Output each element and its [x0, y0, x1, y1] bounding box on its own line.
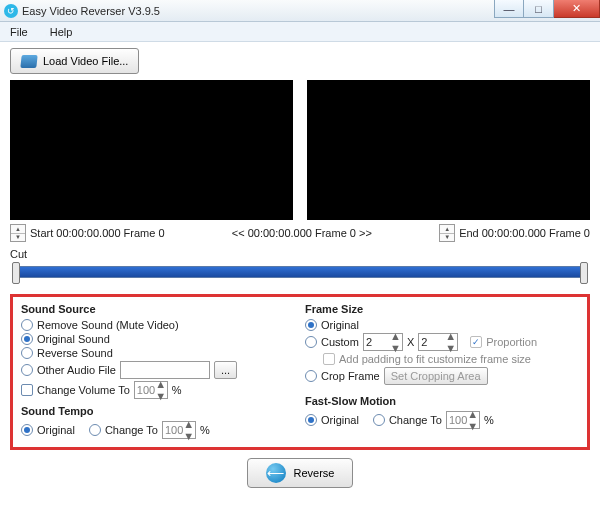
radio-frame-custom[interactable]: [305, 336, 317, 348]
radio-motion-original[interactable]: [305, 414, 317, 426]
label-frame-custom: Custom: [321, 336, 359, 348]
other-audio-path-input[interactable]: [120, 361, 210, 379]
menu-bar: File Help: [0, 22, 600, 42]
label-proportion: Proportion: [486, 336, 537, 348]
label-tempo-change: Change To: [105, 424, 158, 436]
window-title: Easy Video Reverser V3.9.5: [22, 5, 160, 17]
label-motion-original: Original: [321, 414, 359, 426]
reverse-label: Reverse: [294, 467, 335, 479]
reverse-icon: ⟵: [266, 463, 286, 483]
sound-tempo-title: Sound Tempo: [21, 405, 295, 417]
checkbox-proportion: [470, 336, 482, 348]
tempo-value-input[interactable]: 100▲▼: [162, 421, 196, 439]
minimize-button[interactable]: —: [494, 0, 524, 18]
radio-reverse-sound[interactable]: [21, 347, 33, 359]
label-volume-percent: %: [172, 384, 182, 396]
frame-size-title: Frame Size: [305, 303, 579, 315]
load-video-label: Load Video File...: [43, 55, 128, 67]
label-tempo-original: Original: [37, 424, 75, 436]
end-frame-spinner[interactable]: ▲▼: [439, 224, 455, 242]
motion-title: Fast-Slow Motion: [305, 395, 579, 407]
cut-label: Cut: [10, 248, 590, 260]
load-video-button[interactable]: Load Video File...: [10, 48, 139, 74]
maximize-button[interactable]: □: [524, 0, 554, 18]
radio-tempo-original[interactable]: [21, 424, 33, 436]
label-tempo-percent: %: [200, 424, 210, 436]
label-motion-change: Change To: [389, 414, 442, 426]
browse-audio-button[interactable]: ...: [214, 361, 237, 379]
radio-frame-original[interactable]: [305, 319, 317, 331]
radio-remove-sound[interactable]: [21, 319, 33, 331]
label-motion-percent: %: [484, 414, 494, 426]
preview-left: [10, 80, 293, 220]
title-bar: ↺ Easy Video Reverser V3.9.5 — □ ✕: [0, 0, 600, 22]
set-cropping-button[interactable]: Set Cropping Area: [384, 367, 488, 385]
motion-value-input[interactable]: 100▲▼: [446, 411, 480, 429]
radio-crop-frame[interactable]: [305, 370, 317, 382]
menu-help[interactable]: Help: [46, 25, 77, 39]
preview-right: [307, 80, 590, 220]
label-frame-original: Original: [321, 319, 359, 331]
label-padding: Add padding to fit customize frame size: [339, 353, 531, 365]
menu-file[interactable]: File: [6, 25, 32, 39]
cut-range-slider[interactable]: [10, 262, 590, 288]
label-original-sound: Original Sound: [37, 333, 110, 345]
radio-tempo-change[interactable]: [89, 424, 101, 436]
label-change-volume: Change Volume To: [37, 384, 130, 396]
close-button[interactable]: ✕: [554, 0, 600, 18]
custom-width-input[interactable]: 2▲▼: [363, 333, 403, 351]
cut-handle-end[interactable]: [580, 262, 588, 284]
custom-height-input[interactable]: 2▲▼: [418, 333, 458, 351]
label-x: X: [407, 336, 414, 348]
file-icon: [20, 55, 37, 68]
volume-value-input[interactable]: 100▲▼: [134, 381, 168, 399]
label-other-audio: Other Audio File: [37, 364, 116, 376]
reverse-button[interactable]: ⟵ Reverse: [247, 458, 354, 488]
cut-track: [18, 266, 582, 278]
checkbox-padding: [323, 353, 335, 365]
app-icon: ↺: [4, 4, 18, 18]
sound-source-title: Sound Source: [21, 303, 295, 315]
radio-motion-change[interactable]: [373, 414, 385, 426]
radio-original-sound[interactable]: [21, 333, 33, 345]
label-reverse-sound: Reverse Sound: [37, 347, 113, 359]
end-time-label: End 00:00:00.000 Frame 0: [459, 227, 590, 239]
window-controls: — □ ✕: [494, 0, 600, 18]
start-time-label: Start 00:00:00.000 Frame 0: [30, 227, 165, 239]
radio-other-audio[interactable]: [21, 364, 33, 376]
label-crop-frame: Crop Frame: [321, 370, 380, 382]
options-panel: Sound Source Remove Sound (Mute Video) O…: [10, 294, 590, 450]
cut-handle-start[interactable]: [12, 262, 20, 284]
start-frame-spinner[interactable]: ▲▼: [10, 224, 26, 242]
label-remove-sound: Remove Sound (Mute Video): [37, 319, 179, 331]
checkbox-change-volume[interactable]: [21, 384, 33, 396]
current-time-label: << 00:00:00.000 Frame 0 >>: [165, 227, 440, 239]
